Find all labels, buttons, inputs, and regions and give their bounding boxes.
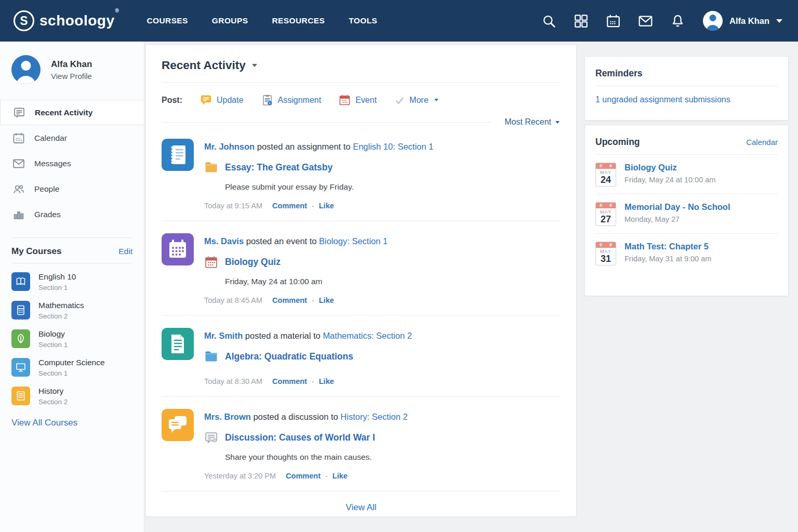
- event-title-link[interactable]: Memorial Day - No School: [624, 202, 730, 212]
- ungraded-submissions-link[interactable]: 1 ungraded assignment submissions: [595, 95, 778, 104]
- discussion-link[interactable]: Discussion: Causes of World War I: [225, 432, 375, 443]
- course-item-history[interactable]: History Section 2: [0, 382, 144, 410]
- user-name: Alfa Khan: [729, 16, 769, 26]
- update-bubble-icon: [200, 94, 212, 106]
- course-item-english[interactable]: English 10 Section 1: [0, 268, 144, 296]
- messages-icon[interactable]: [639, 14, 653, 28]
- course-section: Section 1: [38, 284, 76, 291]
- folder-icon: [204, 350, 218, 364]
- calendar-icon[interactable]: [606, 14, 620, 28]
- chevron-down-icon: [434, 99, 438, 101]
- app-grid-icon[interactable]: [574, 14, 588, 28]
- timestamp: Today at 9:15 AM: [204, 202, 262, 210]
- search-icon[interactable]: [542, 14, 556, 28]
- notifications-bell-icon[interactable]: [671, 14, 685, 28]
- comment-link[interactable]: Comment: [272, 296, 307, 304]
- envelope-icon: [12, 157, 25, 170]
- sidebar-item-recent-activity[interactable]: Recent Activity: [0, 100, 144, 125]
- nav-tools[interactable]: TOOLS: [349, 16, 377, 25]
- timestamp: Today at 8:30 AM: [204, 377, 262, 385]
- comment-link[interactable]: Comment: [272, 377, 307, 385]
- course-item-mathematics[interactable]: Mathematics Section 2: [0, 296, 144, 325]
- course-link[interactable]: Biology: Section 1: [319, 236, 388, 246]
- comment-link[interactable]: Comment: [272, 202, 307, 210]
- calendar-date-icon: MAY 27: [595, 202, 616, 226]
- event-title-link[interactable]: Biology Quiz: [624, 163, 715, 172]
- like-link[interactable]: Like: [319, 377, 334, 385]
- like-link[interactable]: Like: [319, 296, 334, 304]
- material-link[interactable]: Algebra: Quadratic Equations: [225, 351, 353, 362]
- post-event-button[interactable]: Event: [339, 94, 377, 106]
- course-tile-icon: [11, 358, 30, 377]
- post-assignment-button[interactable]: Assignment: [261, 94, 322, 106]
- view-all-link[interactable]: View All: [162, 491, 561, 524]
- profile-name: Alfa Khan: [51, 59, 92, 70]
- calendar-link[interactable]: Calendar: [746, 138, 778, 147]
- material-tile-icon: [162, 328, 194, 360]
- sidebar-item-messages[interactable]: Messages: [0, 151, 144, 176]
- author-link[interactable]: Mr. Smith: [204, 331, 243, 340]
- view-profile-link[interactable]: View Profile: [51, 72, 92, 81]
- feed-item-body: Share your thoughts on the main causes.: [225, 453, 561, 462]
- sidebar-item-label: Messages: [34, 159, 71, 168]
- course-name: Biology: [38, 329, 68, 339]
- people-icon: [12, 183, 25, 195]
- upcoming-title: Upcoming: [595, 137, 640, 148]
- chevron-down-icon: [555, 121, 560, 124]
- course-link[interactable]: Mathematics: Section 2: [323, 331, 412, 340]
- event-link[interactable]: Biology Quiz: [225, 257, 281, 268]
- sidebar-item-people[interactable]: People: [0, 176, 144, 202]
- course-tile-icon: [11, 272, 30, 291]
- monitor-icon: [15, 361, 27, 374]
- avatar[interactable]: [11, 55, 41, 84]
- bar-chart-icon: [12, 208, 25, 221]
- post-more-button[interactable]: More: [394, 95, 438, 105]
- sidebar-item-label: People: [34, 184, 59, 194]
- my-courses-title: My Courses: [11, 246, 61, 257]
- feed-item-title: Mrs. Brown posted a discussion to Histor…: [204, 412, 561, 422]
- author-link[interactable]: Mr. Johnson: [204, 142, 255, 151]
- assignment-link[interactable]: Essay: The Great Gatsby: [225, 162, 332, 173]
- event-time: Friday, May 24 at 10:00 am: [624, 176, 715, 184]
- feed-item-body: Please submit your essay by Friday.: [225, 182, 561, 192]
- schoology-logo[interactable]: S schoology®: [14, 10, 118, 31]
- sort-dropdown[interactable]: Most Recent: [504, 117, 561, 127]
- post-label: Post:: [162, 96, 182, 105]
- post-update-button[interactable]: Update: [200, 94, 244, 106]
- like-link[interactable]: Like: [319, 202, 334, 210]
- nav-groups[interactable]: GROUPS: [212, 16, 248, 25]
- course-section: Section 2: [38, 312, 84, 320]
- author-link[interactable]: Mrs. Brown: [204, 412, 251, 421]
- calendar-date-icon: MAY 31: [595, 242, 616, 265]
- course-item-computer-science[interactable]: Computer Science Section 1: [0, 353, 144, 382]
- course-section: Section 2: [38, 398, 68, 406]
- course-name: English 10: [38, 272, 76, 282]
- nav-resources[interactable]: RESOURCES: [272, 16, 325, 25]
- author-link[interactable]: Ms. Davis: [204, 236, 244, 246]
- comment-link[interactable]: Comment: [286, 472, 321, 480]
- event-tile-icon: [162, 233, 194, 265]
- user-menu[interactable]: Alfa Khan: [703, 11, 782, 31]
- sidebar-item-grades[interactable]: Grades: [0, 202, 144, 227]
- sidebar-item-calendar[interactable]: Calendar: [0, 125, 144, 151]
- course-name: History: [38, 387, 68, 396]
- nav-courses[interactable]: COURSES: [147, 16, 188, 25]
- event-title-link[interactable]: Math Test: Chapter 5: [624, 242, 711, 251]
- upcoming-event: MAY 24 Biology Quiz Friday, May 24 at 10…: [595, 155, 778, 194]
- calculator-icon: [15, 304, 27, 316]
- course-link[interactable]: History: Section 2: [340, 412, 407, 421]
- view-all-courses-link[interactable]: View All Courses: [11, 418, 77, 428]
- sidebar-item-label: Grades: [34, 210, 61, 219]
- edit-courses-link[interactable]: Edit: [118, 247, 132, 256]
- course-section: Section 1: [38, 341, 68, 349]
- chevron-down-icon: [776, 19, 782, 23]
- course-link[interactable]: English 10: Section 1: [353, 142, 433, 151]
- course-tile-icon: [11, 301, 30, 320]
- upcoming-event: MAY 31 Math Test: Chapter 5 Friday, May …: [595, 234, 778, 273]
- course-item-biology[interactable]: Biology Section 1: [0, 325, 144, 353]
- event-time: Monday, May 27: [624, 215, 730, 223]
- feed-item-title: Mr. Johnson posted an assignment to Engl…: [204, 142, 561, 152]
- chevron-down-icon[interactable]: [252, 64, 257, 67]
- like-link[interactable]: Like: [332, 472, 348, 480]
- reminders-card: Reminders 1 ungraded assignment submissi…: [584, 56, 789, 121]
